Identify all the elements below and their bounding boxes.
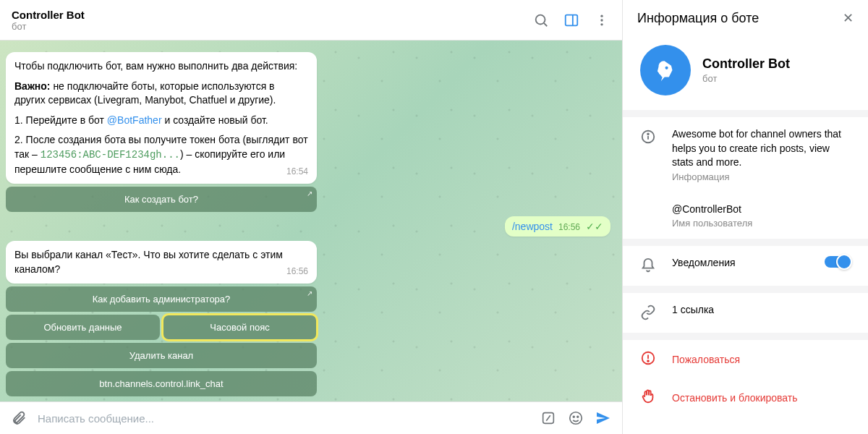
- close-icon[interactable]: ✕: [843, 10, 854, 26]
- chat-name: Controller Bot: [12, 9, 532, 21]
- kb-timezone[interactable]: Часовой пояс: [163, 315, 317, 340]
- kb-delete-channel[interactable]: Удалить канал: [6, 343, 317, 368]
- kb-refresh-data[interactable]: Обновить данные: [6, 315, 160, 340]
- notifications-row[interactable]: Уведомления: [623, 246, 868, 286]
- svg-rect-2: [566, 14, 578, 25]
- description-label: Информация: [672, 171, 851, 182]
- sidebar-toggle-icon[interactable]: [563, 12, 580, 29]
- read-ticks-icon: ✓✓: [586, 221, 603, 231]
- separator: [623, 333, 868, 340]
- profile-name: Controller Bot: [702, 56, 790, 72]
- send-button[interactable]: [595, 409, 612, 427]
- command-icon[interactable]: [540, 409, 557, 427]
- kb-create-bot[interactable]: Как создать бот?↗: [6, 187, 317, 212]
- separator: [623, 239, 868, 246]
- msg-time: 16:56: [286, 265, 308, 278]
- profile-subtitle: бот: [702, 73, 790, 84]
- kb-link-chat[interactable]: btn.channels.control.link_chat: [6, 371, 317, 396]
- msg-text: 1. Перейдите в бот @BotFather и создайте…: [14, 114, 308, 128]
- message-outgoing[interactable]: /newpost 16:56 ✓✓: [505, 216, 610, 237]
- bell-icon: [640, 258, 656, 276]
- inline-keyboard: Как создать бот?↗: [6, 187, 317, 212]
- notifications-label: Уведомления: [672, 256, 809, 271]
- svg-point-4: [600, 14, 603, 17]
- chat-subtitle: бот: [12, 21, 532, 32]
- external-icon: ↗: [307, 190, 312, 197]
- code-token: 123456:ABC-DEF1234gh...: [41, 149, 180, 161]
- svg-point-6: [600, 23, 603, 25]
- links-count: 1 ссылка: [672, 303, 851, 318]
- external-icon: ↗: [307, 289, 312, 297]
- msg-time: 16:56: [558, 222, 580, 232]
- sidebar-title: Информация о боте: [637, 11, 843, 26]
- report-label: Пожаловаться: [672, 354, 740, 365]
- svg-point-19: [647, 361, 649, 362]
- info-username[interactable]: @ControllerBot Имя пользователя: [623, 192, 868, 239]
- msg-text: Важно: не подключайте боты, которые испо…: [14, 80, 308, 108]
- info-description[interactable]: Awesome bot for channel owners that help…: [623, 117, 868, 192]
- info-icon: [640, 129, 656, 147]
- hand-icon: [640, 388, 656, 407]
- chat-area: Чтобы подключить бот, вам нужно выполнит…: [0, 41, 622, 401]
- msg-text: Вы выбрали канал «Тест». Что вы хотите с…: [14, 248, 308, 276]
- svg-point-13: [665, 67, 668, 69]
- avatar[interactable]: [640, 45, 691, 95]
- msg-text: Чтобы подключить бот, вам нужно выполнит…: [14, 59, 308, 74]
- username-label: Имя пользователя: [672, 218, 851, 229]
- chat-title-block[interactable]: Controller Bot бот: [12, 9, 532, 32]
- svg-point-10: [573, 416, 574, 417]
- command-link[interactable]: /newpost: [512, 221, 553, 232]
- msg-time: 16:54: [286, 166, 308, 178]
- svg-line-1: [544, 23, 547, 26]
- kb-add-admin[interactable]: Как добавить администратора?↗: [6, 286, 317, 312]
- alert-icon: [640, 350, 656, 368]
- emoji-icon[interactable]: [567, 409, 584, 427]
- chat-header: Controller Bot бот: [0, 0, 622, 41]
- mention-link[interactable]: @BotFather: [107, 114, 162, 126]
- msg-text: 2. После создания бота вы получите токен…: [14, 133, 308, 176]
- composer: [0, 401, 622, 434]
- svg-line-8: [546, 415, 550, 420]
- svg-point-9: [570, 412, 582, 425]
- block-label: Остановить и блокировать: [672, 392, 798, 404]
- svg-point-5: [600, 19, 603, 21]
- attach-icon[interactable]: [10, 409, 27, 427]
- message-incoming[interactable]: Чтобы подключить бот, вам нужно выполнит…: [6, 52, 317, 184]
- notifications-toggle[interactable]: [825, 256, 851, 268]
- report-button[interactable]: Пожаловаться: [623, 340, 868, 378]
- svg-point-11: [577, 416, 579, 417]
- separator: [623, 286, 868, 293]
- links-row[interactable]: 1 ссылка: [623, 293, 868, 333]
- link-icon: [640, 305, 656, 323]
- message-input[interactable]: [38, 412, 529, 425]
- profile-block: Controller Bot бот: [623, 36, 868, 110]
- svg-point-16: [647, 133, 649, 135]
- description-text: Awesome bot for channel owners that help…: [672, 127, 851, 170]
- info-sidebar: Информация о боте ✕ Controller Bot бот A…: [622, 0, 868, 434]
- username-text: @ControllerBot: [672, 203, 851, 217]
- separator: [623, 110, 868, 117]
- more-icon[interactable]: [593, 12, 610, 29]
- svg-point-0: [536, 14, 545, 24]
- inline-keyboard: Как добавить администратора?↗ Обновить д…: [6, 286, 317, 396]
- block-button[interactable]: Остановить и блокировать: [623, 378, 868, 417]
- message-incoming[interactable]: Вы выбрали канал «Тест». Что вы хотите с…: [6, 241, 317, 284]
- search-icon[interactable]: [532, 12, 550, 29]
